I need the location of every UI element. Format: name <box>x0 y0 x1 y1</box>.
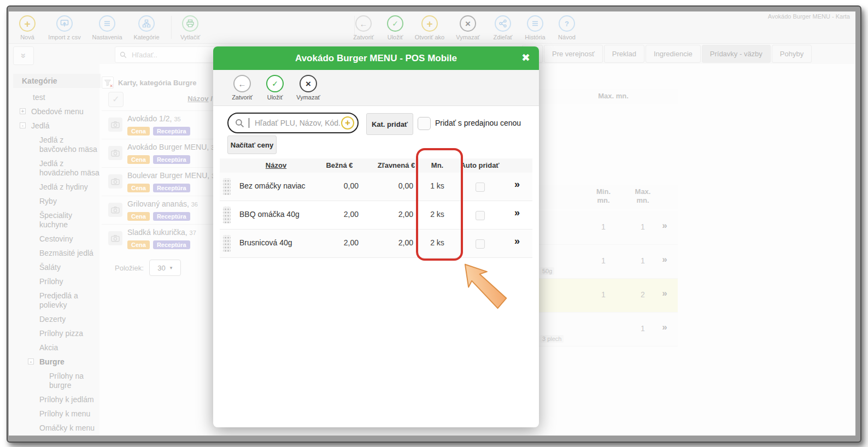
modal-table-row: Brusnicová 40g 2,00 2,00 2 ks » <box>220 230 532 258</box>
load-prices-button[interactable]: Načítať ceny <box>227 136 277 154</box>
auto-add-checkbox[interactable] <box>476 211 485 220</box>
regular-price-header: Bežná € <box>320 161 359 169</box>
expand-row-chevron[interactable]: » <box>511 179 524 190</box>
modal-title: Avokádo Burger MENU - POS Mobile <box>295 53 457 64</box>
addon-name: Bez omáčky naviac <box>239 181 306 190</box>
drag-handle[interactable] <box>223 235 231 252</box>
regular-price: 2,00 <box>320 238 359 247</box>
addon-name: BBQ omáčka 40g <box>239 210 300 219</box>
modal-save-button[interactable]: ✓ Uložiť <box>257 75 292 101</box>
quantity-column-header: Mn. <box>421 161 454 169</box>
modal-table-row: Bez omáčky naviac 0,00 0,00 1 ks » <box>220 173 532 201</box>
modal-close-button[interactable]: ← Zatvoriť <box>225 75 260 101</box>
check-icon: ✓ <box>266 75 284 92</box>
expand-row-chevron[interactable]: » <box>511 207 524 219</box>
quantity-value: 2 ks <box>421 210 454 219</box>
add-plus-icon[interactable]: + <box>341 116 354 130</box>
modal-search-box[interactable]: + <box>227 113 359 133</box>
add-with-price-label: Pridať s predajnou cenou <box>435 119 521 127</box>
app-window: + Nová Import z csv Nastavenia Kategóri <box>9 11 855 436</box>
quantity-value: 1 ks <box>421 181 454 190</box>
expand-row-chevron[interactable]: » <box>511 236 524 247</box>
modal-table-row: BBQ omáčka 40g 2,00 2,00 2 ks » <box>220 201 532 230</box>
modal-search-input[interactable] <box>254 118 341 128</box>
name-column-header[interactable]: Názov <box>249 161 303 169</box>
discounted-price: 2,00 <box>375 210 413 219</box>
add-with-price-checkbox[interactable] <box>418 117 431 130</box>
drag-handle[interactable] <box>223 207 231 224</box>
quantity-value: 2 ks <box>421 238 454 247</box>
regular-price: 2,00 <box>320 210 359 219</box>
add-category-button[interactable]: Kat. pridať <box>366 113 413 135</box>
arrow-left-icon: ← <box>233 75 251 92</box>
discount-price-header: Zľavnená € <box>369 161 424 169</box>
modal-toolbar: ← Zatvoriť ✓ Uložiť × Vymazať <box>213 70 539 106</box>
x-icon: × <box>300 75 317 92</box>
discounted-price: 0,00 <box>375 181 413 190</box>
auto-add-header: Auto pridať <box>453 161 507 169</box>
drag-handle[interactable] <box>223 178 231 195</box>
addon-name: Brusnicová 40g <box>239 238 292 247</box>
screenshot-page: + Nová Import z csv Nastavenia Kategóri <box>0 0 868 447</box>
auto-add-checkbox[interactable] <box>476 239 485 249</box>
search-icon <box>235 119 244 128</box>
modal-table-header: Názov Bežná € Zľavnená € Mn. Auto pridať <box>220 158 532 173</box>
text-caret <box>249 118 249 128</box>
pos-mobile-modal: Avokádo Burger MENU - POS Mobile ✖ ← Zat… <box>213 46 539 427</box>
modal-table-rows: Bez omáčky naviac 0,00 0,00 1 ks » BBQ o… <box>220 173 532 258</box>
regular-price: 0,00 <box>320 181 359 190</box>
modal-delete-button[interactable]: × Vymazať <box>291 75 326 101</box>
modal-close-icon[interactable]: ✖ <box>521 51 530 64</box>
discounted-price: 2,00 <box>375 238 413 247</box>
modal-header: Avokádo Burger MENU - POS Mobile ✖ <box>213 46 539 70</box>
auto-add-checkbox[interactable] <box>476 183 485 192</box>
